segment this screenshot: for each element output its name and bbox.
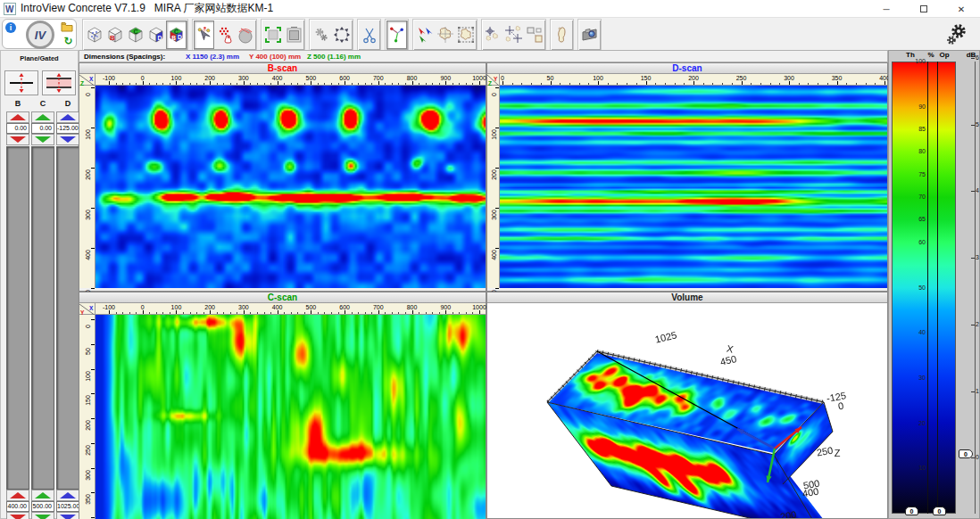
footprint-tool[interactable] bbox=[552, 21, 572, 49]
gated-mode-button[interactable] bbox=[42, 70, 76, 95]
value-bottom-c[interactable]: 500.00 bbox=[31, 501, 54, 512]
c_scan-view[interactable] bbox=[96, 315, 486, 519]
axis-tick-mark bbox=[91, 443, 95, 444]
pick-tool[interactable] bbox=[194, 21, 214, 49]
spin-up-bottom-c[interactable] bbox=[31, 490, 54, 501]
region-center[interactable] bbox=[483, 21, 503, 49]
view-all-scans-cube[interactable]: CBD bbox=[166, 21, 187, 49]
spin-down-bottom-c[interactable] bbox=[31, 512, 54, 519]
cursor-tools[interactable] bbox=[414, 21, 435, 49]
view-d-scan-cube[interactable]: D bbox=[145, 21, 166, 49]
volume-3d-canvas[interactable] bbox=[487, 303, 887, 518]
db-tick-label: 1 bbox=[976, 388, 979, 394]
region-frame[interactable] bbox=[455, 21, 476, 49]
db-tick-label: 5 bbox=[976, 121, 979, 128]
threshold-slider-line[interactable] bbox=[927, 62, 928, 514]
info-button[interactable]: i bbox=[5, 22, 16, 33]
snapshot-tool[interactable] bbox=[579, 21, 600, 49]
axis-minor-tick bbox=[627, 83, 627, 85]
spin-up-bottom-b[interactable] bbox=[6, 490, 29, 501]
axis-tick-label: 100 bbox=[171, 304, 182, 310]
spin-up-bottom-d[interactable] bbox=[56, 490, 79, 501]
spin-down-bottom-d[interactable] bbox=[56, 512, 79, 519]
axis-minor-tick bbox=[684, 83, 685, 85]
axis-minor-tick bbox=[136, 312, 137, 314]
dimensions-bar: Dimensions (Spacings): X 1150 (2.3) mmY … bbox=[79, 50, 888, 62]
slider-track-d[interactable] bbox=[56, 146, 79, 490]
object-gear-tool[interactable] bbox=[311, 21, 331, 49]
up-arrow-icon bbox=[35, 114, 51, 120]
percent-tick-label: 60 bbox=[889, 239, 926, 245]
expand-arrows[interactable] bbox=[331, 21, 352, 49]
scale-bottom-marker[interactable]: 0 bbox=[905, 507, 918, 515]
refresh-button[interactable]: ↻ bbox=[62, 36, 74, 47]
region-arrange[interactable] bbox=[503, 21, 524, 49]
axis-tick-mark bbox=[789, 81, 790, 85]
pick-icon bbox=[195, 25, 213, 45]
axis-tick-mark bbox=[143, 81, 144, 85]
plane-mode-button[interactable] bbox=[4, 70, 38, 95]
value-bottom-d[interactable]: 1025.00 bbox=[56, 501, 79, 512]
axis-tick-mark bbox=[495, 288, 499, 289]
axis-minor-tick bbox=[358, 83, 359, 85]
axis-tick-label: 350 bbox=[85, 494, 91, 505]
spin-down-bottom-b[interactable] bbox=[6, 512, 29, 519]
axis-tick-mark bbox=[693, 81, 694, 85]
dimension-z: Z 500 (1.16) mm bbox=[307, 53, 361, 61]
db-zero-marker[interactable]: 0 bbox=[959, 449, 973, 458]
b_scan-view[interactable] bbox=[96, 86, 486, 288]
volume-view[interactable]: 1025X450-1250250Z500400200 bbox=[487, 303, 887, 518]
cut-tool[interactable] bbox=[359, 21, 379, 49]
axis-minor-tick bbox=[799, 83, 800, 85]
value-b[interactable]: 0.00 bbox=[6, 123, 29, 134]
spin-up-c[interactable] bbox=[31, 111, 54, 123]
axis-tick-mark bbox=[345, 81, 345, 85]
cube-dots-icon bbox=[85, 25, 104, 45]
maximize-button[interactable] bbox=[905, 0, 943, 18]
fit-extents[interactable] bbox=[262, 21, 283, 49]
open-file-button[interactable] bbox=[61, 21, 73, 32]
region-squares[interactable] bbox=[524, 21, 544, 49]
sphere-tool[interactable] bbox=[235, 21, 255, 49]
d_scan-view[interactable] bbox=[500, 86, 887, 288]
axis-tick-label: 100 bbox=[85, 129, 91, 140]
axis-minor-tick bbox=[162, 312, 163, 314]
spin-down-c[interactable] bbox=[31, 134, 54, 145]
volume-axis-label: Z bbox=[835, 448, 841, 458]
axis-tick-mark bbox=[742, 81, 743, 85]
axis-minor-tick bbox=[156, 312, 157, 314]
axis-minor-tick bbox=[405, 312, 406, 314]
spin-down-d[interactable] bbox=[56, 134, 79, 145]
spin-up-d[interactable] bbox=[56, 111, 79, 123]
slider-track-c[interactable] bbox=[31, 146, 54, 490]
up-arrow-icon bbox=[10, 114, 26, 120]
toolbar-group-0: BCDCBD bbox=[82, 19, 188, 51]
scale-bottom-marker[interactable]: 0 bbox=[933, 507, 946, 515]
value-c[interactable]: 0.00 bbox=[31, 123, 54, 134]
axis-tick-mark bbox=[502, 81, 503, 85]
close-button[interactable]: ✕ bbox=[943, 0, 980, 18]
points-tool[interactable] bbox=[214, 21, 235, 49]
view-volume-cube[interactable] bbox=[84, 21, 104, 49]
polyline-tool[interactable] bbox=[386, 21, 407, 49]
axis-tick-mark bbox=[91, 319, 95, 320]
spin-up-b[interactable] bbox=[6, 111, 29, 123]
spin-down-b[interactable] bbox=[6, 134, 29, 145]
opacity-slider-line[interactable] bbox=[937, 62, 938, 514]
axis-minor-tick bbox=[439, 83, 440, 85]
value-bottom-b[interactable]: 400.00 bbox=[6, 501, 29, 512]
view-b-scan-cube[interactable]: B bbox=[104, 21, 125, 49]
slider-track-b[interactable] bbox=[6, 146, 29, 490]
axis-minor-tick bbox=[190, 83, 191, 85]
minimize-button[interactable]: ─ bbox=[868, 0, 905, 18]
percent-tick-label: 20 bbox=[889, 420, 926, 426]
region-rotate[interactable] bbox=[435, 21, 455, 49]
axis-tick-label: 350 bbox=[832, 75, 843, 81]
cube-bcd-icon: CBD bbox=[167, 25, 186, 45]
axis-tick-mark bbox=[495, 87, 499, 88]
view-c-scan-cube[interactable]: C bbox=[125, 21, 145, 49]
panel-layout[interactable] bbox=[283, 21, 303, 49]
value-d[interactable]: -125.00 bbox=[56, 123, 79, 134]
toolbar-group-6 bbox=[412, 19, 478, 51]
settings-gear-icon[interactable] bbox=[943, 20, 971, 48]
